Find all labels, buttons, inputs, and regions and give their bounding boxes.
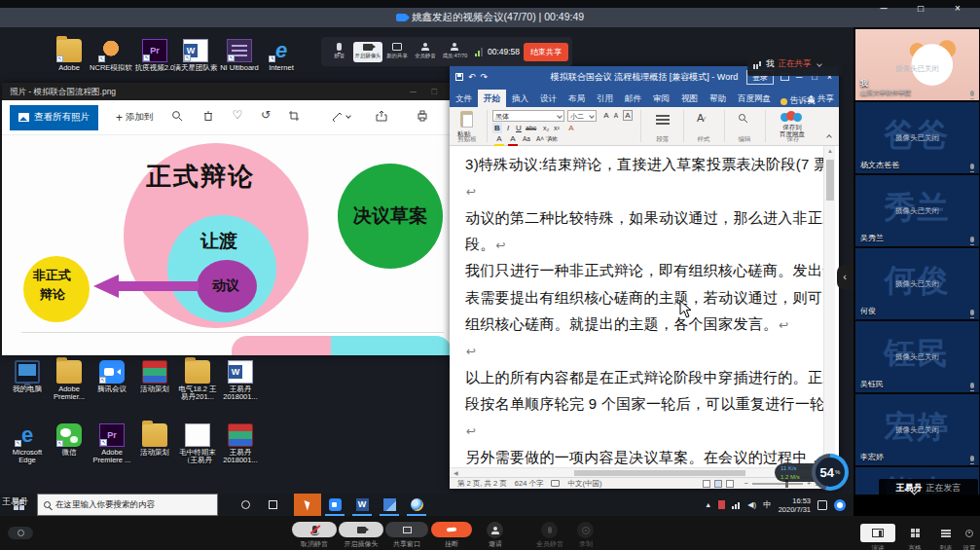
editing-group-label[interactable]: 编辑 [730,135,759,144]
redo-icon[interactable]: ↷ [481,72,489,82]
share-button[interactable]: 共享 [808,90,834,107]
baidu-cloud-icon[interactable] [780,111,802,122]
tab-design[interactable]: 设计 [534,90,563,107]
unmute-button[interactable] [292,522,337,537]
task-view-button[interactable] [259,494,286,516]
list-view-button[interactable] [932,524,960,542]
tray-qq-icon[interactable] [834,499,846,511]
desktop-icon-tencent-meeting[interactable]: 腾讯会议 [90,360,134,393]
hidden-icons-chevron[interactable]: ▲ [705,501,711,508]
horizontal-scrollbar[interactable]: ◀ ▶ [450,467,823,477]
invite-button[interactable] [487,522,503,538]
print-icon[interactable] [415,108,430,124]
camera-on-button[interactable] [339,522,383,537]
language-indicator[interactable]: 中文(中国) [567,479,601,489]
minimize-button[interactable]: ─ [410,83,416,100]
paragraph-group-label[interactable]: 段落 [648,135,677,144]
font-name-select[interactable]: 黑体 [492,110,564,122]
share-status-panel[interactable]: 我 正在共享 [747,53,843,76]
tab-references[interactable]: 引用 [591,90,619,107]
tab-baidu-pan[interactable]: 百度网盘 [732,90,777,107]
tray-app-icon[interactable] [718,500,725,509]
tab-home[interactable]: 开始 [478,90,506,107]
tab-file[interactable]: 文件 [450,90,478,107]
minimize-button[interactable]: ─ [865,1,902,17]
crop-icon[interactable] [286,108,302,124]
zoom-out-icon[interactable]: − [744,479,748,488]
view-all-photos-button[interactable]: 查看所有照片 [10,105,98,130]
print-layout-icon[interactable] [714,480,722,488]
taskbar-tencent-meeting[interactable] [321,494,348,516]
participant-tile[interactable]: 爸爸 摄像头已关闭 杨文杰爸爸 [855,102,979,173]
desktop-icon-premiere[interactable]: Adobe Premiere ... [90,423,134,464]
proofing-icon[interactable] [551,480,560,487]
read-mode-icon[interactable] [703,480,710,488]
taskbar-photos[interactable] [376,494,403,516]
font-color-icon[interactable]: A [508,133,518,146]
desktop-icon-word-doc[interactable]: 王易丹 2018001... [218,360,263,401]
highlight-color-icon[interactable]: A [494,133,504,146]
desktop-icon-ncre[interactable]: NCRE模拟软 [89,39,133,72]
change-case-icon[interactable]: Aa [522,133,531,144]
desktop-icon-folder[interactable]: Adobe Premier... [47,360,91,401]
editing-icon[interactable] [738,113,748,126]
desktop-icon-edge[interactable]: Microsoft Edge [5,423,50,464]
participant-tile[interactable]: 何俊 摄像头已关闭 何俊 [855,248,979,319]
settings-button[interactable] [962,524,977,542]
action-center-icon[interactable] [817,500,827,510]
share-icon[interactable] [374,108,389,124]
tab-help[interactable]: 帮助 [704,90,732,107]
hang-up-button[interactable] [431,522,472,537]
participant-tile[interactable]: 秀兰 摄像头已关闭 吴秀兰 [855,175,979,246]
document-area[interactable]: 3)特殊动议:结束辩论，直接进入草案投票表决阶段(7 票)↩ ↩ 动议的第二种比… [450,146,823,467]
sidebar-collapse-handle[interactable]: ‹ [837,265,853,290]
bold-button[interactable]: B [492,123,502,133]
tab-layout[interactable]: 布局 [563,90,591,107]
desktop-icon-team-doc[interactable]: 满天星团队素 [173,39,218,72]
record-button[interactable] [577,522,594,538]
italic-button[interactable]: I [503,123,513,133]
camera-toggle-button[interactable]: 开启摄像头 [353,42,382,62]
desktop-icon-internet[interactable]: Internet [259,39,304,72]
add-to-button[interactable]: + 添加到 [116,111,154,125]
web-layout-icon[interactable] [726,480,734,488]
collapse-ribbon-icon[interactable] [826,134,832,140]
clock[interactable]: 16:53 2020/7/31 [779,496,811,514]
desktop-icon-archive[interactable]: 王易丹 2018001... [218,423,263,464]
page-indicator[interactable]: 第 2 页, 共 2 页 [457,479,507,489]
scroll-up-icon[interactable]: ▲ [824,148,836,154]
participant-tile[interactable]: 钰民 摄像头已关闭 吴钰民 [855,321,979,392]
maximize-button[interactable]: □ [432,83,437,100]
desktop-icon-doc[interactable]: 毛中特期末（王易丹 201... [175,423,220,465]
desktop-icon-my-computer[interactable]: 我的电脑 [5,360,50,393]
edit-icon[interactable] [329,108,345,124]
styles-icon[interactable]: A⁄ [697,112,706,124]
mute-all-button[interactable]: 全员静音 [412,43,440,60]
end-share-button[interactable]: 结束共享 [524,43,568,61]
search-input[interactable]: 在这里输入你要搜索的内容 [37,494,218,516]
tab-insert[interactable]: 插入 [506,90,534,107]
maximize-button[interactable]: □ [902,1,939,17]
network-icon[interactable] [732,501,741,509]
desktop-icon-folder[interactable]: 活动策划 [132,423,177,457]
desktop-icon-archive[interactable]: 活动策划 [132,360,177,393]
zoom-icon[interactable] [169,108,185,124]
desktop-icon-wechat[interactable]: 微信 [47,423,91,457]
speaker-icon[interactable]: ◀) [747,500,756,509]
taskbar-word[interactable]: W [348,494,376,516]
members-button[interactable]: 成员:47/70 [440,43,468,60]
desktop-icon-video[interactable]: 抗疫视频2.0 [132,39,177,72]
scrollbar-thumb[interactable] [574,470,745,476]
character-border-icon[interactable]: A [623,110,633,121]
underline-button[interactable]: U [514,123,524,133]
delete-icon[interactable] [200,108,216,124]
taskbar-sharing-app[interactable] [294,494,321,516]
tab-view[interactable]: 视图 [675,90,704,107]
paste-icon[interactable] [460,111,473,128]
decrease-font-icon[interactable]: A [611,110,621,121]
increase-font-icon[interactable]: A [601,110,611,121]
scroll-left-icon[interactable]: ◀ [454,469,458,476]
subscript-button[interactable]: x₂ [541,123,551,133]
scrollbar-thumb[interactable] [826,160,834,201]
grid-view-button[interactable] [901,524,928,542]
